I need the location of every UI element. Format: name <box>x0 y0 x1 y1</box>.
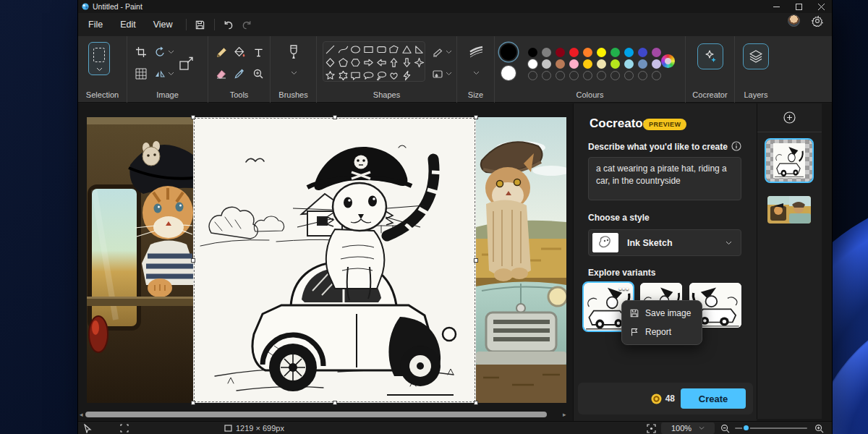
palette-colour-swatch[interactable] <box>542 48 551 57</box>
canvas[interactable] <box>87 117 566 403</box>
variant-more-options-icon[interactable]: ••• <box>618 284 629 293</box>
menu-edit[interactable]: Edit <box>111 16 145 33</box>
shape-polygon-icon[interactable] <box>388 44 399 55</box>
undo-button[interactable] <box>219 16 238 33</box>
settings-gear-icon[interactable] <box>812 15 823 27</box>
palette-empty-slot[interactable] <box>624 71 634 80</box>
palette-colour-swatch[interactable] <box>542 59 551 69</box>
shape-speech-rectangle-icon[interactable] <box>350 70 361 81</box>
palette-colour-swatch[interactable] <box>583 48 592 57</box>
scroll-right-arrow[interactable]: ▸ <box>563 411 566 418</box>
resize-icon[interactable] <box>178 55 195 72</box>
palette-empty-slot[interactable] <box>652 71 661 80</box>
shape-heart-icon[interactable] <box>388 70 399 81</box>
fill-bucket-icon[interactable] <box>233 46 246 59</box>
palette-empty-slot[interactable] <box>638 71 647 80</box>
palette-colour-swatch[interactable] <box>569 48 579 57</box>
minimize-button[interactable] <box>765 0 787 13</box>
style-dropdown[interactable]: Ink Sketch <box>588 229 741 256</box>
zoom-level-dropdown[interactable]: 100% <box>661 422 715 434</box>
shape-arrow-right-icon[interactable] <box>363 57 374 68</box>
flip-icon[interactable] <box>153 67 166 80</box>
palette-colour-swatch[interactable] <box>528 48 537 57</box>
chevron-down-icon[interactable] <box>291 71 297 75</box>
account-avatar[interactable] <box>788 14 800 27</box>
rotate-icon[interactable] <box>153 46 166 59</box>
redo-button[interactable] <box>238 16 257 33</box>
line-size-icon[interactable] <box>469 46 483 60</box>
palette-empty-slot[interactable] <box>556 71 565 80</box>
shape-curve-icon[interactable] <box>338 44 349 55</box>
palette-colour-swatch[interactable] <box>624 48 634 57</box>
palette-colour-swatch[interactable] <box>624 59 634 69</box>
maximize-button[interactable] <box>788 0 809 13</box>
shape-fill-icon[interactable] <box>431 67 444 80</box>
close-button[interactable] <box>810 0 832 13</box>
chevron-down-icon[interactable] <box>168 50 174 54</box>
palette-colour-swatch[interactable] <box>583 59 592 69</box>
color2-swatch[interactable] <box>501 66 516 80</box>
shape-star-6-icon[interactable] <box>338 70 349 81</box>
cocreator-button[interactable] <box>697 43 723 69</box>
palette-colour-swatch[interactable] <box>652 59 661 69</box>
zoom-out-button[interactable] <box>720 422 730 434</box>
magnifier-icon[interactable] <box>252 67 265 80</box>
palette-empty-slot[interactable] <box>528 71 537 80</box>
palette-empty-slot[interactable] <box>542 71 551 80</box>
layer-thumbnail-2[interactable] <box>767 196 811 224</box>
palette-colour-swatch[interactable] <box>638 59 647 69</box>
zoom-slider[interactable] <box>735 427 807 429</box>
palette-colour-swatch[interactable] <box>652 48 661 57</box>
pencil-icon[interactable] <box>215 46 228 59</box>
color-picker-icon[interactable] <box>233 67 246 80</box>
shape-outline-icon[interactable] <box>431 46 444 59</box>
shape-arrow-left-icon[interactable] <box>376 57 387 68</box>
layer-thumbnail-1[interactable] <box>766 140 812 182</box>
menu-item-save-image[interactable]: Save image <box>625 304 699 323</box>
chevron-down-icon[interactable] <box>473 71 480 75</box>
edit-colors-wheel-icon[interactable] <box>661 54 675 68</box>
menu-view[interactable]: View <box>145 16 182 33</box>
shape-hexagon-icon[interactable] <box>350 57 361 68</box>
palette-colour-swatch[interactable] <box>569 59 579 69</box>
color1-swatch[interactable] <box>501 44 516 60</box>
crop-icon[interactable] <box>135 46 148 59</box>
add-layer-icon[interactable] <box>783 111 796 124</box>
menu-item-report[interactable]: Report <box>625 323 699 341</box>
shape-line-icon[interactable] <box>325 44 336 55</box>
menu-file[interactable]: File <box>80 16 111 33</box>
scrollbar-thumb[interactable] <box>85 412 547 417</box>
palette-empty-slot[interactable] <box>569 71 579 80</box>
layers-button[interactable] <box>743 43 769 69</box>
shape-arrow-up-icon[interactable] <box>388 57 399 68</box>
shape-star-4-icon[interactable] <box>414 57 425 68</box>
remove-background-icon[interactable] <box>135 67 148 80</box>
eraser-icon[interactable] <box>215 67 228 80</box>
palette-colour-swatch[interactable] <box>597 59 606 69</box>
shape-star-5-icon[interactable] <box>325 70 336 81</box>
shape-diamond-icon[interactable] <box>325 57 336 68</box>
prompt-input[interactable]: a cat wearing a pirate hat, riding a car… <box>588 157 741 200</box>
save-button[interactable] <box>191 16 210 33</box>
shape-ellipse-icon[interactable] <box>350 44 361 55</box>
fit-to-screen-button[interactable] <box>647 422 656 434</box>
palette-colour-swatch[interactable] <box>610 59 620 69</box>
create-button[interactable]: Create <box>681 388 746 409</box>
scroll-left-arrow[interactable]: ◂ <box>80 411 83 418</box>
chevron-down-icon[interactable] <box>446 50 452 54</box>
selection-tool-button[interactable] <box>88 42 110 75</box>
palette-colour-swatch[interactable] <box>528 59 537 69</box>
shape-rounded-rectangle-icon[interactable] <box>376 44 387 55</box>
text-tool-icon[interactable] <box>252 46 265 59</box>
brush-icon[interactable] <box>286 45 301 61</box>
chevron-down-icon[interactable] <box>168 72 174 76</box>
palette-colour-swatch[interactable] <box>556 59 565 69</box>
palette-colour-swatch[interactable] <box>610 48 620 57</box>
palette-colour-swatch[interactable] <box>597 48 606 57</box>
palette-colour-swatch[interactable] <box>556 48 565 57</box>
canvas-horizontal-scrollbar[interactable]: ◂ ▸ <box>80 410 571 419</box>
shape-lightning-icon[interactable] <box>401 70 412 81</box>
shape-rectangle-icon[interactable] <box>363 44 374 55</box>
palette-empty-slot[interactable] <box>583 71 592 80</box>
info-icon[interactable] <box>731 141 741 151</box>
